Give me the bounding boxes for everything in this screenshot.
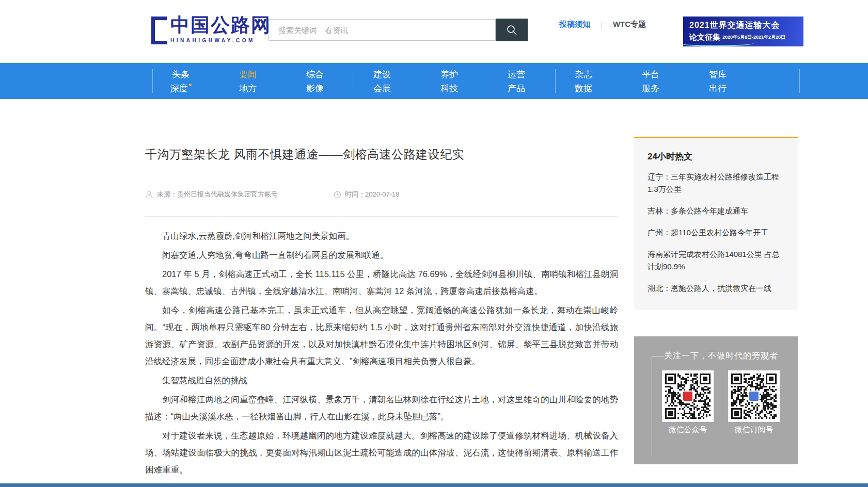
nav-divider [354,69,354,93]
wtc-topic-link[interactable]: WTC专题 [613,20,646,29]
nav-col-zonghe: 综合 影像 [284,63,346,99]
hot-article-link[interactable]: 广州：超110公里农村公路今年开工 [648,226,784,239]
nav-col-zazhi: 杂志 数据 [553,63,614,99]
hot-article-link[interactable]: 海南累计完成农村公路14081公里 占总计划90.9% [648,248,784,273]
nav-item-pingtai[interactable]: 平台 [620,68,682,82]
qr-label-subscription: 微信订阅号 [728,425,780,435]
search-icon [506,24,518,36]
hot-article-link[interactable]: 辽宁：三年实施农村公路维修改造工程1.3万公里 [648,171,784,196]
search-input[interactable] [269,19,496,41]
nav-item-shuju[interactable]: 数据 [553,82,614,95]
site-header: 中国公路网 HINAHIGHWAY.COM 投稿须知 | WTC专题 2021世… [0,0,868,63]
hot-article-link[interactable]: 湖北：恩施公路人，抗洪救灾在一线 [648,282,784,295]
logo-domain: HINAHIGHWAY.COM [170,38,271,43]
nav-item-chanpin[interactable]: 产品 [485,82,547,95]
nav-item-chuxing[interactable]: 出行 [687,82,749,95]
wechat-public-qr-code [662,370,714,422]
nav-item-shendu[interactable]: 深度 [150,82,212,95]
nav-item-jianshe[interactable]: 建设 [351,68,413,82]
logo-bracket-icon [151,17,167,44]
nav-item-yaowen-active[interactable]: 要闻 [217,68,279,82]
nav-item-zazhi[interactable]: 杂志 [553,68,614,82]
nav-divider [152,69,153,93]
follow-panel-title: 关注一下，不做时代的旁观者 [664,351,778,362]
search-button[interactable] [496,19,528,41]
meta-divider [145,216,618,217]
article-source: 来源：贵州日报当代融媒体集团官方帐号 [157,190,278,199]
nav-divider [799,69,800,93]
nav-item-zhiku[interactable]: 智库 [687,68,749,82]
nav-col-yaowen: 要闻 地方 [217,63,279,99]
nav-item-difang[interactable]: 地方 [217,82,279,95]
nav-item-yanghu[interactable]: 养护 [418,68,480,82]
header-links: 投稿须知 | WTC专题 [559,20,646,29]
new-dot-icon [189,84,192,86]
wechat-follow-panel: 关注一下，不做时代的旁观者 [634,336,798,464]
article-paragraph: 2017 年 5 月，剑榕高速正式动工，全长 115.115 公里，桥隧比高达 … [145,266,618,300]
author-icon [145,190,153,199]
article-paragraph: 青山绿水,云蒸霞蔚,剑河和榕江两地之间美景如画。 [145,228,618,245]
article-body: 青山绿水,云蒸霞蔚,剑河和榕江两地之间美景如画。 闭塞交通,人穷地贫,弯弯山路一… [145,228,618,485]
wechat-subscription-qr-code [728,370,780,422]
qr-label-public: 微信公众号 [662,425,714,435]
article-meta: 来源：贵州日报当代融媒体集团官方帐号 时间：2020-07-18 [145,190,400,199]
nav-col-pingtai: 平台 服务 [620,63,682,99]
hot-panel-title: 24小时热文 [648,151,784,163]
nav-item-fuwu[interactable]: 服务 [620,82,682,95]
article-paragraph: 如今，剑榕高速公路已基本完工，虽未正式通车，但从高空眺望，宽阔通畅的高速公路犹如… [145,302,618,370]
banner-date: 2020年5月8日-2021年2月28日 [722,35,785,40]
wtc-banner-ad[interactable]: 2021世界交通运输大会 论文征集2020年5月8日-2021年2月28日 [683,17,803,46]
nav-item-toutiao[interactable]: 头条 [150,68,212,82]
hot-article-link[interactable]: 吉林：多条公路今年建成通车 [648,205,784,217]
nav-divider [555,69,556,93]
hot-articles-panel: 24小时热文 辽宁：三年实施农村公路维修改造工程1.3万公里 吉林：多条公路今年… [634,137,798,310]
nav-item-yingxiang[interactable]: 影像 [284,82,346,95]
banner-swoosh-decoration [683,39,754,46]
logo-title: 中国公路网 [170,14,271,36]
footer-strip [0,483,868,487]
nav-col-yanghu: 养护 科技 [418,63,480,99]
main-nav: 头条 深度 要闻 地方 综合 影像 建设 会展 养护 科技 运营 产品 杂志 数… [0,63,868,99]
article-paragraph: 集智慧战胜自然的挑战 [145,372,618,389]
submission-guide-link[interactable]: 投稿须知 [559,20,590,29]
nav-col-toutiao: 头条 深度 [150,63,212,99]
article-paragraph: 剑河和榕江两地之间重峦叠嶂、江河纵横、景象万千，清朝名臣林则徐在行经这片土地，对… [145,391,618,425]
nav-item-zonghe[interactable]: 综合 [284,68,346,82]
clock-icon [334,191,341,199]
article-time: 时间：2020-07-18 [345,190,400,199]
nav-col-yunying: 运营 产品 [485,63,547,99]
article-title: 千沟万壑架长龙 风雨不惧建通途——剑榕高速公路建设纪实 [145,147,618,163]
article-paragraph: 对于建设者来说，生态越原始，环境越幽闭的地方建设难度就越大。剑榕高速的建设除了便… [145,427,618,478]
nav-col-zhiku: 智库 出行 [687,63,749,99]
panel-decoration-line [652,356,664,356]
nav-item-yunying[interactable]: 运营 [485,68,547,82]
site-logo[interactable]: 中国公路网 HINAHIGHWAY.COM [151,14,271,44]
nav-item-huizhan[interactable]: 会展 [351,82,413,95]
page: 中国公路网 HINAHIGHWAY.COM 投稿须知 | WTC专题 2021世… [0,0,868,487]
nav-item-keji[interactable]: 科技 [418,82,480,95]
article-paragraph: 闭塞交通,人穷地贫,弯弯山路一直制约着两县的发展和联通。 [145,247,618,264]
links-separator: | [601,20,603,29]
nav-col-jianshe: 建设 会展 [351,63,413,99]
banner-title: 2021世界交通运输大会 [689,20,798,31]
panel-decoration-line [652,356,652,457]
